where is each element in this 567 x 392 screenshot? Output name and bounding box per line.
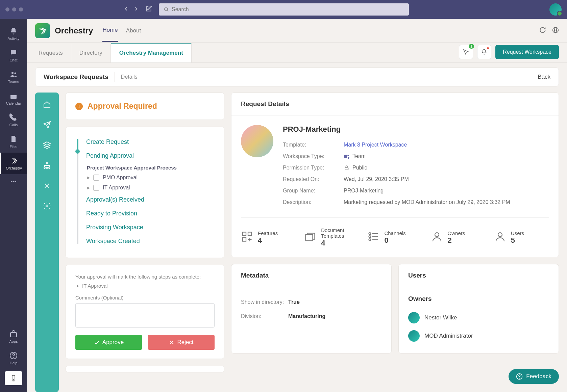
app-tab-home[interactable]: Home — [102, 19, 118, 42]
checkbox[interactable] — [93, 185, 99, 191]
svg-marker-13 — [44, 142, 50, 145]
compose-icon[interactable] — [145, 5, 152, 14]
svg-point-32 — [369, 236, 371, 238]
project-name: PROJ-Marketing — [283, 125, 549, 134]
step-create[interactable]: Create Request — [81, 135, 214, 149]
rail-more[interactable]: ••• — [0, 174, 27, 189]
rail-label: Orchestry — [6, 166, 22, 170]
tabbar: Requests Directory Orchestry Management … — [27, 43, 567, 63]
svg-rect-5 — [10, 94, 17, 95]
rail-apps[interactable]: Apps — [0, 326, 27, 347]
check-icon — [94, 339, 100, 345]
svg-point-17 — [49, 167, 50, 168]
user-avatar[interactable] — [549, 3, 562, 16]
svg-rect-26 — [243, 238, 246, 241]
approve-button[interactable]: Approve — [75, 335, 142, 350]
comments-label: Comments (Optional) — [75, 295, 215, 300]
help-circle-icon — [516, 373, 523, 380]
tab-management[interactable]: Orchestry Management — [111, 43, 192, 62]
globe-icon[interactable] — [552, 27, 559, 35]
svg-point-18 — [46, 205, 48, 207]
svg-point-39 — [519, 378, 520, 378]
step-ready[interactable]: Ready to Provision — [81, 207, 214, 220]
app-header: Orchestry Home About — [27, 19, 567, 43]
rail-activity[interactable]: Activity — [0, 23, 27, 45]
svg-rect-24 — [243, 232, 246, 236]
search-icon — [164, 7, 169, 12]
users-card: Users Owners Nestor Wilke MOD Administra… — [398, 264, 559, 354]
rail-chat[interactable]: Chat — [0, 45, 27, 66]
checkbox[interactable] — [93, 175, 99, 181]
rail-label: Apps — [9, 339, 18, 343]
warning-icon: ! — [75, 103, 83, 110]
step-pending[interactable]: Pending Approval — [81, 149, 214, 163]
bell-notif-button[interactable] — [477, 45, 491, 59]
reject-button[interactable]: Reject — [148, 335, 215, 350]
unlock-icon — [344, 165, 350, 171]
svg-line-1 — [167, 10, 168, 11]
user-row[interactable]: Nestor Wilke — [408, 309, 549, 327]
tab-directory[interactable]: Directory — [71, 44, 111, 62]
request-details-card: Request Details PROJ-Marketing Template:… — [231, 93, 559, 257]
rail-teams[interactable]: Teams — [0, 66, 27, 88]
back-icon[interactable] — [123, 6, 129, 13]
empty-card — [66, 366, 224, 372]
max-dot[interactable] — [19, 7, 23, 11]
search-bar[interactable] — [159, 3, 409, 16]
nav-arrows — [123, 6, 139, 13]
rail-calls[interactable]: Calls — [0, 109, 27, 131]
approval-required-card: ! Approval Required — [66, 93, 224, 120]
send-icon[interactable] — [43, 121, 51, 130]
bell-icon — [9, 27, 18, 35]
svg-point-10 — [13, 380, 14, 380]
forward-icon[interactable] — [133, 6, 139, 13]
stat-users: Users5 — [494, 227, 549, 247]
request-workspace-button[interactable]: Request Workspace — [495, 45, 559, 59]
approval-title: Approval Required — [88, 102, 157, 111]
teams-icon — [9, 70, 18, 78]
refresh-icon[interactable] — [539, 27, 546, 35]
rail-mobile[interactable] — [5, 371, 22, 385]
app-tab-about[interactable]: About — [126, 20, 141, 42]
template-link[interactable]: Mark 8 Project Workspace — [344, 142, 407, 148]
step-provisioning[interactable]: Provising Workspace — [81, 220, 214, 234]
titlebar — [0, 0, 567, 19]
cursor-notif-button[interactable]: 1 — [459, 45, 473, 59]
step-pmo[interactable]: ▶PMO Approval — [87, 173, 214, 183]
close-dot[interactable] — [5, 7, 9, 11]
step-it[interactable]: ▶IT Approval — [87, 183, 214, 193]
layers-icon[interactable] — [43, 141, 51, 151]
calendar-icon — [9, 92, 18, 100]
search-input[interactable] — [172, 6, 404, 12]
apps-icon — [9, 330, 18, 338]
approve-item: IT Approval — [82, 283, 215, 289]
feedback-button[interactable]: Feedback — [509, 369, 559, 384]
tools-icon[interactable] — [43, 182, 51, 191]
step-created[interactable]: Workspace Created — [81, 234, 214, 248]
rail-label: Activity — [8, 36, 20, 41]
metadata-card: Metadata Show in directory:True Division… — [231, 264, 392, 354]
rail-calendar[interactable]: Calendar — [0, 88, 27, 109]
tab-requests[interactable]: Requests — [35, 44, 71, 62]
details-header: Request Details — [231, 93, 559, 115]
list-icon — [367, 231, 379, 244]
step-received[interactable]: Approval(s) Received — [81, 193, 214, 207]
hierarchy-icon[interactable] — [43, 161, 51, 171]
rail-files[interactable]: Files — [0, 131, 27, 153]
stat-features: Features4 — [241, 227, 296, 247]
min-dot[interactable] — [12, 7, 16, 11]
comments-input[interactable] — [75, 303, 215, 328]
user-icon — [431, 231, 443, 244]
stat-channels: Channels0 — [367, 227, 422, 247]
breadcrumb-sub: Details — [121, 74, 138, 80]
gear-icon[interactable] — [43, 202, 51, 211]
rail-orchestry[interactable]: Orchestry — [0, 153, 27, 174]
svg-point-3 — [15, 73, 16, 74]
user-row[interactable]: MOD Administrator — [408, 327, 549, 345]
rail-help[interactable]: Help — [0, 347, 27, 369]
breadcrumb-main: Workspace Requests — [44, 73, 108, 81]
rail-label: Calls — [9, 123, 18, 127]
svg-rect-6 — [10, 333, 17, 337]
home-icon[interactable] — [43, 101, 51, 110]
back-link[interactable]: Back — [538, 74, 550, 80]
